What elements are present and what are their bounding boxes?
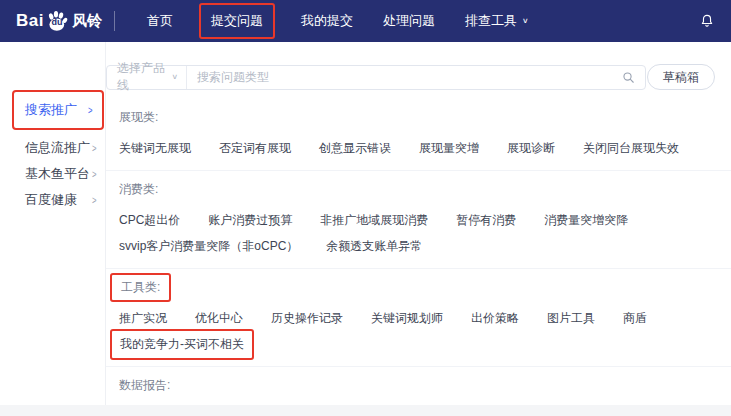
nav-item-4[interactable]: 排查工具∨ bbox=[465, 12, 529, 30]
sidebar-item-0[interactable]: 搜索推广> bbox=[12, 90, 104, 130]
issue-type-option[interactable]: 历史操作记录 bbox=[271, 310, 343, 327]
category-section-2: 工具类:推广实况优化中心历史操作记录关键词规划师出价策略图片工具商盾我的竞争力-… bbox=[106, 269, 731, 367]
category-section-0: 展现类:关键词无展现否定词有展现创意显示错误展现量突增展现诊断关闭同台展现失效 bbox=[106, 99, 731, 171]
issue-type-option[interactable]: 关键词无展现 bbox=[119, 140, 191, 157]
sidebar-item-2[interactable]: 基木鱼平台> bbox=[0, 161, 105, 187]
issue-type-option[interactable]: svvip客户消费量突降（非oCPC） bbox=[119, 238, 298, 255]
draft-box-button[interactable]: 草稿箱 bbox=[647, 64, 715, 90]
nav-menu: 首页提交问题我的提交处理问题排查工具∨ bbox=[147, 3, 529, 39]
issue-category-list: 展现类:关键词无展现否定词有展现创意显示错误展现量突增展现诊断关闭同台展现失效消… bbox=[106, 99, 731, 416]
issue-type-option[interactable]: 余额透支账单异常 bbox=[326, 238, 422, 255]
logo-text-fengling: 风铃 bbox=[72, 12, 102, 31]
issue-type-option[interactable]: 消费量突增突降 bbox=[544, 212, 628, 229]
logo-text-du: du bbox=[51, 17, 62, 27]
category-label: 数据报告: bbox=[119, 377, 717, 394]
issue-type-option[interactable]: 关闭同台展现失效 bbox=[583, 140, 679, 157]
category-label-text: 消费类: bbox=[119, 182, 158, 196]
nav-divider bbox=[114, 11, 115, 31]
issue-type-option[interactable]: 否定词有展现 bbox=[219, 140, 291, 157]
category-items: 推广实况优化中心历史操作记录关键词规划师出价策略图片工具商盾我的竞争力-买词不相… bbox=[119, 310, 717, 353]
issue-type-option[interactable]: 推广实况 bbox=[119, 310, 167, 327]
category-label: 展现类: bbox=[119, 109, 717, 126]
logo-text-bai: Bai bbox=[16, 11, 44, 31]
sidebar-item-label: 搜索推广 bbox=[25, 101, 77, 119]
chevron-down-icon: ∨ bbox=[171, 73, 178, 81]
category-label-text: 数据报告: bbox=[119, 378, 170, 392]
issue-type-option[interactable]: 商盾 bbox=[623, 310, 647, 327]
search-combo: 选择产品线 ∨ bbox=[106, 65, 646, 90]
category-items: 关键词无展现否定词有展现创意显示错误展现量突增展现诊断关闭同台展现失效 bbox=[119, 140, 717, 157]
filter-bar: 选择产品线 ∨ 草稿箱 bbox=[106, 64, 731, 90]
product-line-select-label: 选择产品线 bbox=[117, 60, 171, 94]
chevron-down-icon: ∨ bbox=[522, 17, 529, 25]
issue-type-option[interactable]: 暂停有消费 bbox=[456, 212, 516, 229]
product-line-select[interactable]: 选择产品线 ∨ bbox=[107, 66, 187, 89]
sidebar-item-label: 基木鱼平台 bbox=[25, 165, 90, 183]
baidu-fengling-logo[interactable]: Bai du 风铃 bbox=[16, 9, 102, 33]
sidebar-item-3[interactable]: 百度健康> bbox=[0, 187, 105, 213]
bell-icon[interactable] bbox=[699, 13, 715, 29]
product-sidebar: 搜索推广>信息流推广>基木鱼平台>百度健康> bbox=[0, 42, 105, 405]
chevron-right-icon: > bbox=[92, 168, 97, 180]
nav-item-label: 提交问题 bbox=[211, 12, 263, 30]
chevron-right-icon: > bbox=[92, 194, 97, 206]
issue-type-panel: 选择产品线 ∨ 草稿箱 展现类:关键词无展现否定词有展现创意显示错误展现量突增展… bbox=[105, 42, 731, 416]
nav-item-3[interactable]: 处理问题 bbox=[383, 12, 435, 30]
search-icon[interactable] bbox=[612, 71, 645, 84]
issue-type-option[interactable]: 出价策略 bbox=[471, 310, 519, 327]
nav-item-label: 处理问题 bbox=[383, 12, 435, 30]
issue-type-option[interactable]: 展现诊断 bbox=[507, 140, 555, 157]
nav-item-1[interactable]: 提交问题 bbox=[199, 3, 275, 39]
issue-type-option[interactable]: 创意显示错误 bbox=[319, 140, 391, 157]
baidu-paw-icon: du bbox=[45, 9, 69, 33]
category-label: 工具类: bbox=[119, 279, 717, 296]
issue-type-option[interactable]: 我的竞争力-买词不相关 bbox=[110, 329, 254, 360]
sidebar-item-label: 信息流推广 bbox=[25, 139, 90, 157]
issue-type-option[interactable]: 图片工具 bbox=[547, 310, 595, 327]
nav-item-label: 首页 bbox=[147, 12, 173, 30]
page-bottom-strip bbox=[0, 405, 731, 416]
nav-item-label: 排查工具 bbox=[465, 12, 517, 30]
sidebar-item-label: 百度健康 bbox=[25, 191, 77, 209]
chevron-right-icon: > bbox=[92, 142, 97, 154]
category-items: CPC超出价账户消费过预算非推广地域展现消费暂停有消费消费量突增突降svvip客… bbox=[119, 212, 717, 255]
top-navbar: Bai du 风铃 首页提交问题我的提交处理问题排查工具∨ bbox=[0, 0, 731, 42]
category-label-text: 展现类: bbox=[119, 110, 158, 124]
issue-type-option[interactable]: CPC超出价 bbox=[119, 212, 180, 229]
issue-type-option[interactable]: 优化中心 bbox=[195, 310, 243, 327]
category-section-1: 消费类:CPC超出价账户消费过预算非推广地域展现消费暂停有消费消费量突增突降sv… bbox=[106, 171, 731, 269]
sidebar-item-1[interactable]: 信息流推广> bbox=[0, 135, 105, 161]
category-label: 消费类: bbox=[119, 181, 717, 198]
nav-item-2[interactable]: 我的提交 bbox=[301, 12, 353, 30]
issue-type-option[interactable]: 账户消费过预算 bbox=[208, 212, 292, 229]
chevron-right-icon: > bbox=[88, 104, 93, 116]
category-label-text: 工具类: bbox=[110, 273, 171, 302]
issue-type-search-input[interactable] bbox=[187, 66, 612, 89]
nav-item-0[interactable]: 首页 bbox=[147, 12, 173, 30]
nav-item-label: 我的提交 bbox=[301, 12, 353, 30]
issue-type-option[interactable]: 关键词规划师 bbox=[371, 310, 443, 327]
issue-type-option[interactable]: 非推广地域展现消费 bbox=[320, 212, 428, 229]
issue-type-option[interactable]: 展现量突增 bbox=[419, 140, 479, 157]
